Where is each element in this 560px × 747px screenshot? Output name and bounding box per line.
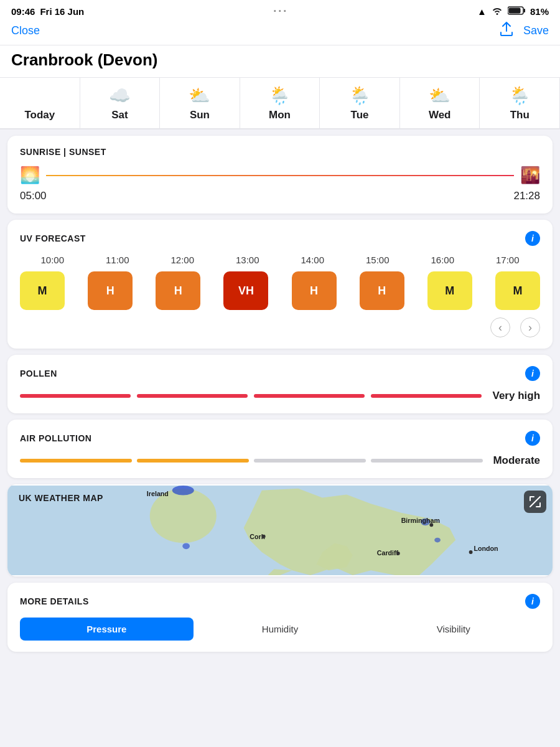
uv-badge-5: H bbox=[360, 271, 404, 310]
sun-line bbox=[46, 175, 514, 176]
svg-point-8 bbox=[434, 538, 441, 543]
svg-rect-1 bbox=[523, 9, 525, 12]
pollution-bar-2 bbox=[137, 459, 249, 463]
tab-tue[interactable]: 🌦️ Tue bbox=[320, 78, 400, 128]
tab-visibility[interactable]: Visibility bbox=[366, 618, 540, 641]
day-tabs: Today ☁️ Sat ⛅ Sun 🌦️ Mon 🌦️ Tue ⛅ Wed 🌦… bbox=[0, 78, 560, 129]
sunrise-sunset-row: 🌅 🌇 bbox=[20, 166, 540, 185]
map-title: UK WEATHER MAP bbox=[19, 493, 103, 503]
status-dots: ··· bbox=[273, 5, 288, 18]
uv-time-7: 17:00 bbox=[475, 255, 541, 265]
svg-point-6 bbox=[182, 543, 190, 549]
tab-sat[interactable]: ☁️ Sat bbox=[80, 78, 161, 128]
pollution-bars: Moderate bbox=[20, 454, 540, 467]
sunrise-icon: 🌅 bbox=[20, 166, 40, 185]
pollen-card-header: POLLEN i bbox=[20, 366, 540, 381]
more-details-info-icon[interactable]: i bbox=[525, 594, 540, 609]
pollen-bar-2 bbox=[137, 394, 248, 398]
uv-time-4: 14:00 bbox=[280, 255, 345, 265]
uv-card-header: UV FORECAST i bbox=[20, 231, 540, 246]
svg-point-16 bbox=[396, 552, 400, 555]
sunrise-card-header: SUNRISE | SUNSET bbox=[20, 147, 540, 157]
sunrise-title: SUNRISE | SUNSET bbox=[20, 147, 106, 157]
uv-badge-1: H bbox=[88, 271, 133, 310]
tab-wed-icon: ⛅ bbox=[429, 84, 450, 106]
svg-text:Birmingham: Birmingham bbox=[401, 517, 440, 524]
tab-today-label: Today bbox=[24, 109, 55, 121]
uv-time-3: 13:00 bbox=[215, 255, 281, 265]
pollution-bar-1 bbox=[20, 459, 132, 463]
uv-badge-6: M bbox=[427, 271, 472, 310]
map-expand-button[interactable] bbox=[524, 491, 546, 513]
tab-today[interactable]: Today bbox=[0, 78, 80, 129]
tab-sun[interactable]: ⛅ Sun bbox=[160, 78, 240, 128]
pollen-info-icon[interactable]: i bbox=[525, 366, 540, 381]
uv-info-icon[interactable]: i bbox=[525, 231, 540, 246]
status-time-date: 09:46 Fri 16 Jun bbox=[11, 6, 84, 17]
pollution-bar-4 bbox=[371, 459, 483, 463]
svg-point-15 bbox=[262, 535, 266, 538]
tab-wed[interactable]: ⛅ Wed bbox=[400, 78, 480, 128]
status-date: Fri 16 Jun bbox=[40, 6, 84, 17]
sunrise-sunset-times: 05:00 21:28 bbox=[20, 190, 540, 202]
close-button[interactable]: Close bbox=[11, 24, 40, 37]
signal-icon: ▲ bbox=[477, 6, 487, 17]
svg-text:London: London bbox=[474, 545, 498, 552]
pollution-card-header: AIR POLLUTION i bbox=[20, 431, 540, 446]
tab-sun-label: Sun bbox=[190, 109, 210, 121]
uv-time-2: 12:00 bbox=[150, 255, 215, 265]
svg-text:Cardiff: Cardiff bbox=[377, 549, 399, 557]
uv-title: UV FORECAST bbox=[20, 233, 86, 243]
sunrise-sunset-card: SUNRISE | SUNSET 🌅 🌇 05:00 21:28 bbox=[7, 136, 553, 214]
tab-thu[interactable]: 🌦️ Thu bbox=[480, 78, 560, 128]
svg-point-17 bbox=[469, 550, 473, 554]
pollen-bar-4 bbox=[371, 394, 482, 398]
status-time: 09:46 bbox=[11, 6, 35, 17]
tab-mon[interactable]: 🌦️ Mon bbox=[240, 78, 320, 128]
air-pollution-card: AIR POLLUTION i Moderate bbox=[7, 420, 553, 478]
pollution-title: AIR POLLUTION bbox=[20, 433, 91, 443]
pollen-bar-3 bbox=[254, 394, 365, 398]
sunset-time: 21:28 bbox=[513, 190, 540, 202]
tab-sun-icon: ⛅ bbox=[189, 84, 210, 106]
uv-time-1: 11:00 bbox=[85, 255, 151, 265]
tab-humidity[interactable]: Humidity bbox=[194, 618, 367, 641]
uv-prev-button[interactable]: ‹ bbox=[490, 317, 510, 337]
uv-badge-7: M bbox=[495, 271, 540, 310]
tab-pressure[interactable]: Pressure bbox=[20, 618, 194, 641]
svg-point-5 bbox=[172, 486, 194, 496]
more-details-card: MORE DETAILS i Pressure Humidity Visibil… bbox=[7, 583, 553, 652]
header: Close Save bbox=[0, 21, 560, 45]
sunrise-time: 05:00 bbox=[20, 190, 47, 202]
pollution-level: Moderate bbox=[493, 454, 540, 467]
pollen-card: POLLEN i Very high bbox=[7, 355, 553, 413]
header-actions: Save bbox=[500, 22, 549, 40]
tab-thu-icon: 🌦️ bbox=[509, 84, 531, 106]
uv-forecast-card: UV FORECAST i 10:00 11:00 12:00 13:00 14… bbox=[7, 220, 553, 349]
tab-tue-icon: 🌦️ bbox=[349, 84, 371, 106]
more-details-title: MORE DETAILS bbox=[20, 596, 89, 606]
tab-tue-label: Tue bbox=[351, 109, 369, 121]
uv-badges-row: M H H VH H H M M bbox=[20, 271, 540, 310]
more-details-tabs: Pressure Humidity Visibility bbox=[20, 618, 540, 641]
uv-next-button[interactable]: › bbox=[520, 317, 540, 337]
share-button[interactable] bbox=[500, 22, 513, 40]
uk-weather-map-card: UK WEATHER MAP Birmingham C bbox=[7, 484, 553, 576]
save-button[interactable]: Save bbox=[523, 24, 549, 37]
more-details-header: MORE DETAILS i bbox=[20, 594, 540, 609]
sunset-icon: 🌇 bbox=[520, 166, 540, 185]
uv-time-0: 10:00 bbox=[20, 255, 85, 265]
battery-icon bbox=[508, 6, 525, 17]
tab-wed-label: Wed bbox=[429, 109, 451, 121]
status-bar: 09:46 Fri 16 Jun ··· ▲ 81% bbox=[0, 0, 560, 21]
uv-badge-4: H bbox=[292, 271, 337, 310]
pollution-info-icon[interactable]: i bbox=[525, 431, 540, 446]
tab-mon-label: Mon bbox=[269, 109, 291, 121]
pollen-title: POLLEN bbox=[20, 369, 57, 378]
location-title: Cranbrook (Devon) bbox=[0, 45, 560, 78]
uv-navigation: ‹ › bbox=[20, 317, 540, 337]
svg-text:Ireland: Ireland bbox=[147, 490, 169, 497]
wifi-icon bbox=[492, 6, 503, 17]
pollen-bar-1 bbox=[20, 394, 131, 398]
pollen-level: Very high bbox=[493, 390, 541, 402]
